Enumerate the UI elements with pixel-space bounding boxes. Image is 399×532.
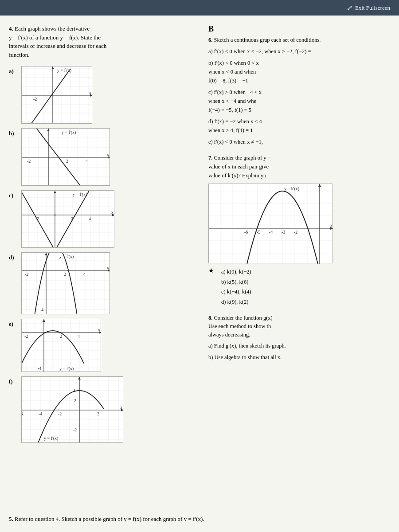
graph-e-container [21,319,101,372]
q7-text: 7. Consider the graph of y = value of x … [208,153,390,180]
graph-b-container [21,128,110,186]
kprime-graph-container [208,184,332,263]
top-bar: ⤢ Exit Fullscreen [0,0,399,16]
q4-text: 4. Each graph shows the derivative y = f… [9,24,195,59]
q6c-text: c) f′(x) > 0 when −4 < x when x < −4 and… [208,88,390,114]
q7c-text: c) k(−4), k(4) [221,287,251,297]
graph-c-label: c) [9,190,18,199]
q7-answers: a) k(0), k(−2) b) k(5), k(6) c) k(−4), k… [221,267,251,307]
left-column: 4. Each graph shows the derivative y = f… [9,24,204,506]
q6a-text: a) f′(x) < 0 when x < −2, when x > −2, f… [208,47,390,56]
fullscreen-icon: ⤢ [347,4,352,12]
q4-title: Each graph shows the derivative [15,25,90,32]
q7a-text: a) k(0), k(−2) [221,267,251,277]
graph-a-label: a) [9,66,18,75]
graph-f-row: f) [9,376,195,443]
q5-text: 5. Refer to question 4. Sketch a possibl… [9,515,390,524]
q4-line4: function. [9,51,30,58]
graph-d-container [21,252,110,314]
q4-number: 4. [9,25,13,32]
graph-f-label: f) [9,376,18,385]
q5-main: Refer to question 4. Sketch a possible g… [15,516,204,522]
exit-fullscreen-button[interactable]: ⤢ Exit Fullscreen [347,4,390,12]
page: ⤢ Exit Fullscreen 4. Each graph shows th… [0,0,399,532]
q4-line2: y = f′(x) of a function y = f(x). State … [9,34,101,41]
star-icon: ★ [208,267,214,274]
question-4-block: 4. Each graph shows the derivative y = f… [9,24,195,59]
section-b-label: B [208,24,390,34]
q6-main: Sketch a continuous grap each set of con… [214,37,321,43]
graph-b-label: b) [9,128,18,137]
q6e-text: e) f′(x) < 0 when x ≠ −1, [208,137,390,146]
q6b-text: b) f′(x) < 0 when 0 < x when x < 0 and w… [208,59,390,85]
graph-c-container [21,190,114,248]
q7b-text: b) k(5), k(6) [221,277,251,287]
q4-line3: intervals of increase and decrease for e… [9,43,106,49]
q6d-text: d) f′(x) = −2 when x < 4 when x > 4, f(4… [208,117,390,135]
main-content: 4. Each graph shows the derivative y = f… [0,16,399,515]
q6-number: 6. [208,37,212,43]
graph-a-row: a) [9,66,195,124]
q7-block: 7. Consider the graph of y = value of x … [208,153,390,307]
q5-number: 5. [9,516,13,522]
graph-f-container [21,376,123,443]
graph-a-container [21,66,92,124]
graph-c-row: c) [9,190,195,248]
graph-e-row: e) [9,319,195,372]
bottom-section: 5. Refer to question 4. Sketch a possibl… [0,515,399,532]
q6-text: 6. Sketch a continuous grap each set of … [208,35,390,44]
q8-block: 8. Consider the function g(x) Use each m… [208,314,390,362]
graph-e-label: e) [9,319,18,328]
q6-block: 6. Sketch a continuous grap each set of … [208,35,390,146]
q8-number: 8. [208,315,212,321]
right-column: B 6. Sketch a continuous grap each set o… [204,24,390,506]
graph-b-row: b) [9,128,195,186]
q7d-text: d) k(9), k(2) [221,297,251,307]
q7-number: 7. [208,155,212,161]
graph-d-label: d) [9,252,18,261]
q8b-text: b) Use algebra to show that all x. [208,353,390,362]
graph-d-row: d) [9,252,195,314]
exit-label: Exit Fullscreen [355,4,390,12]
q8a-text: a) Find g′(x), then sketch its graph. [208,341,390,350]
